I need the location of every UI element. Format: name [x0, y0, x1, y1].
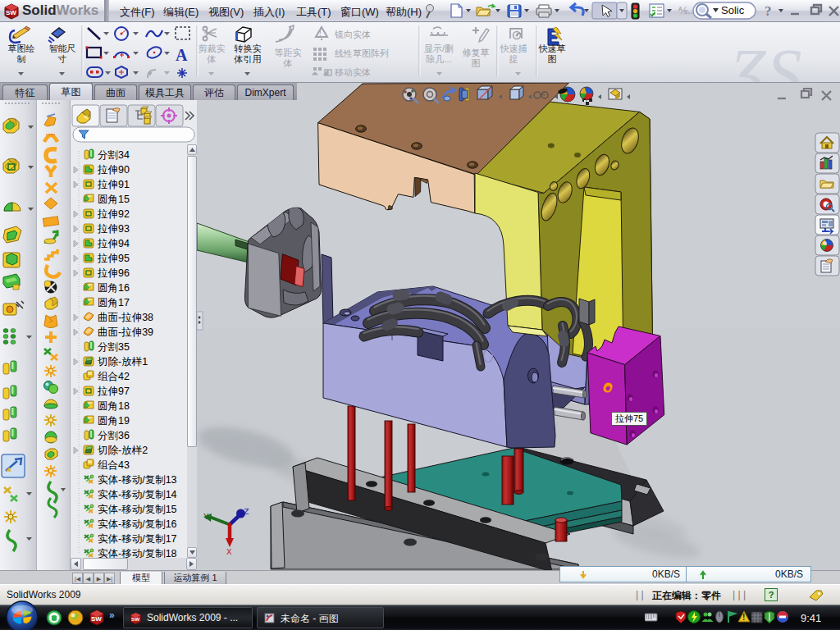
svg-text:Y: Y: [203, 512, 209, 522]
svg-text:曲面-拉伸38: 曲面-拉伸38: [98, 312, 153, 323]
svg-text:圆角16: 圆角16: [98, 282, 130, 294]
svg-text:分割35: 分割35: [98, 341, 130, 353]
svg-text:圆角18: 圆角18: [98, 400, 130, 412]
svg-text:拉伸92: 拉伸92: [97, 208, 130, 220]
svg-text:实体-移动/复制18: 实体-移动/复制18: [98, 548, 177, 558]
svg-text:拉伸95: 拉伸95: [97, 253, 130, 264]
svg-text:组合43: 组合43: [98, 459, 130, 471]
svg-text:X: X: [226, 547, 232, 557]
svg-text:拉伸96: 拉伸96: [97, 267, 130, 279]
svg-text:9:41: 9:41: [801, 612, 821, 624]
svg-text:切除-放样2: 切除-放样2: [97, 445, 148, 456]
svg-text:实体-移动/复制16: 实体-移动/复制16: [98, 518, 177, 530]
svg-text:实体-移动/复制15: 实体-移动/复制15: [98, 504, 177, 515]
svg-text:!: !: [742, 613, 745, 622]
svg-text:实体-移动/复制13: 实体-移动/复制13: [98, 474, 177, 486]
svg-text:切除-放样1: 切除-放样1: [97, 356, 148, 368]
svg-text:分割34: 分割34: [98, 149, 130, 161]
svg-text:Solic: Solic: [721, 4, 745, 16]
svg-text:拉伸91: 拉伸91: [97, 179, 130, 190]
svg-text:SW: SW: [91, 615, 102, 623]
svg-text:⅍..: ⅍..: [678, 5, 693, 16]
svg-text:圆角17: 圆角17: [98, 297, 130, 308]
svg-text:分割36: 分割36: [98, 430, 130, 441]
svg-text:圆角15: 圆角15: [98, 194, 130, 205]
svg-text:»: »: [109, 609, 115, 621]
svg-text:!: !: [319, 29, 322, 38]
svg-text:圆角19: 圆角19: [98, 415, 130, 427]
svg-text:ƷS: ƷS: [724, 34, 802, 82]
svg-text:拉伸94: 拉伸94: [97, 238, 130, 249]
svg-text:SW: SW: [131, 616, 139, 622]
svg-text:组合42: 组合42: [98, 371, 130, 382]
svg-text:拉伸90: 拉伸90: [97, 164, 130, 176]
svg-text:曲面-拉伸39: 曲面-拉伸39: [98, 326, 153, 338]
svg-text:SW: SW: [6, 9, 16, 16]
svg-text:拉伸97: 拉伸97: [97, 386, 130, 397]
svg-text:?: ?: [765, 3, 772, 19]
svg-text:实体-移动/复制17: 实体-移动/复制17: [98, 533, 177, 545]
svg-text:Z: Z: [244, 507, 249, 517]
svg-text:实体-移动/复制14: 实体-移动/复制14: [98, 489, 177, 500]
svg-text:A: A: [176, 46, 188, 64]
svg-text:拉伸93: 拉伸93: [97, 223, 130, 235]
